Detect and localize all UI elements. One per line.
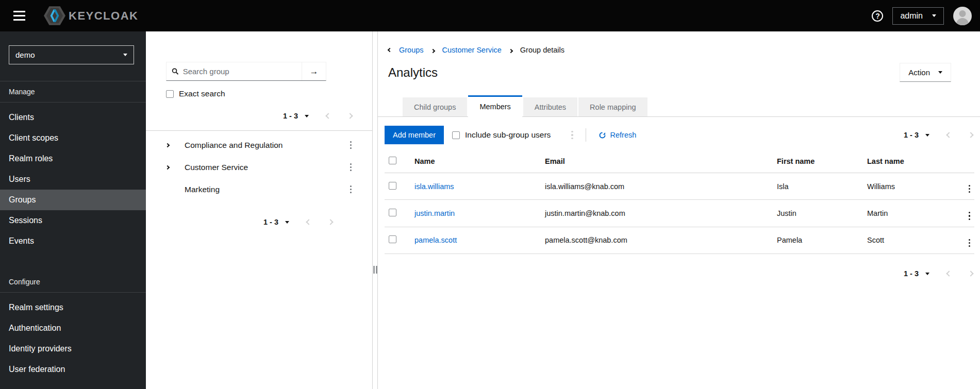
pagination-menu-toggle[interactable]: 1 - 3 xyxy=(283,112,309,120)
tree-item-label[interactable]: Marketing xyxy=(185,185,220,194)
search-submit-button[interactable]: → xyxy=(302,62,326,80)
tree-item-label[interactable]: Compliance and Regulation xyxy=(185,141,283,150)
topbar-right: ? admin xyxy=(872,7,972,25)
member-name-link[interactable]: pamela.scott xyxy=(414,236,457,244)
panel-resize-rail[interactable] xyxy=(372,31,378,389)
pagination-menu-toggle[interactable]: 1 - 3 xyxy=(904,131,929,139)
help-icon[interactable]: ? xyxy=(872,10,883,22)
caret-down-icon xyxy=(925,273,929,275)
toolbar-kebab-button[interactable] xyxy=(571,131,573,139)
sidebar-item-sessions[interactable]: Sessions xyxy=(0,210,146,231)
sidebar-item-realm-roles[interactable]: Realm roles xyxy=(0,148,146,169)
expand-toggle[interactable] xyxy=(166,144,179,147)
caret-down-icon xyxy=(938,71,942,74)
add-member-button[interactable]: Add member xyxy=(385,126,444,144)
pagination-menu-toggle[interactable]: 1 - 3 xyxy=(263,218,289,226)
groups-panel: → Exact search 1 - 3 Compliance and Regu… xyxy=(146,31,372,389)
row-checkbox[interactable] xyxy=(389,209,396,216)
tree-item-customer-service[interactable]: Customer Service xyxy=(146,156,372,178)
angle-right-icon xyxy=(165,165,170,169)
page-title: Analytics xyxy=(388,65,438,80)
sidebar-item-user-federation[interactable]: User federation xyxy=(0,359,146,380)
row-kebab-button[interactable] xyxy=(969,212,970,220)
select-all-checkbox[interactable] xyxy=(389,157,396,164)
tab-attributes[interactable]: Attributes xyxy=(523,97,577,117)
kebab-menu-button[interactable] xyxy=(350,141,352,149)
previous-page-button[interactable] xyxy=(947,133,951,137)
member-name-link[interactable]: isla.williams xyxy=(414,182,454,191)
previous-page-button[interactable] xyxy=(947,272,951,276)
kebab-icon xyxy=(350,163,352,165)
breadcrumb-separator xyxy=(431,46,435,54)
row-checkbox[interactable] xyxy=(389,182,396,190)
member-last-name: Williams xyxy=(863,173,952,200)
group-search-input[interactable] xyxy=(183,67,296,76)
include-subgroups-label: Include sub-group users xyxy=(465,130,551,140)
kebab-menu-button[interactable] xyxy=(350,163,352,172)
keycloak-hexagon-icon xyxy=(44,6,65,25)
column-header-name[interactable]: Name xyxy=(410,149,541,173)
sidebar-item-client-scopes[interactable]: Client scopes xyxy=(0,128,146,148)
manage-section-header: Manage xyxy=(0,81,146,103)
member-email: isla.williams@knab.com xyxy=(541,173,773,200)
sidebar-item-groups[interactable]: Groups xyxy=(0,190,146,210)
pagination-menu-toggle[interactable]: 1 - 3 xyxy=(904,269,929,278)
drag-handle-icon[interactable] xyxy=(373,266,377,274)
caret-down-icon xyxy=(305,115,309,117)
sidebar-item-authentication[interactable]: Authentication xyxy=(0,318,146,339)
chevron-left-icon xyxy=(946,132,952,138)
kebab-menu-button[interactable] xyxy=(350,185,352,194)
breadcrumb-back-button[interactable] xyxy=(388,48,391,52)
caret-down-icon xyxy=(285,221,289,224)
column-header-last-name[interactable]: Last name xyxy=(863,149,952,173)
exact-search-checkbox[interactable] xyxy=(166,90,174,98)
realm-selector[interactable]: demo xyxy=(9,45,134,64)
user-menu-toggle[interactable]: admin xyxy=(892,7,944,25)
row-kebab-button[interactable] xyxy=(969,185,970,193)
sidebar-item-realm-settings[interactable]: Realm settings xyxy=(0,297,146,318)
tree-item-compliance-and-regulation[interactable]: Compliance and Regulation xyxy=(146,134,372,156)
tree-item-marketing[interactable]: Marketing xyxy=(146,178,372,200)
configure-section-label: Configure xyxy=(0,272,146,292)
row-checkbox[interactable] xyxy=(389,235,396,243)
table-row: pamela.scott pamela.scott@knab.com Pamel… xyxy=(385,227,974,253)
breadcrumb: Groups Customer Service Group details xyxy=(378,46,980,54)
previous-page-button[interactable] xyxy=(307,220,311,224)
breadcrumb-link-customer-service[interactable]: Customer Service xyxy=(442,46,502,54)
member-last-name: Martin xyxy=(863,200,952,227)
sidebar-item-clients[interactable]: Clients xyxy=(0,107,146,128)
next-page-button[interactable] xyxy=(328,220,333,224)
manage-nav-list: Clients Client scopes Realm roles Users … xyxy=(0,103,146,256)
tab-role-mapping[interactable]: Role mapping xyxy=(578,97,647,117)
sidebar-item-users[interactable]: Users xyxy=(0,169,146,190)
row-kebab-button[interactable] xyxy=(969,239,970,247)
title-row: Analytics Action xyxy=(378,63,980,82)
group-search-box xyxy=(167,62,302,80)
avatar[interactable] xyxy=(953,7,972,25)
members-table: Name Email First name Last name isla.wil… xyxy=(385,149,974,254)
include-subgroups-checkbox[interactable] xyxy=(452,131,460,139)
action-menu-toggle[interactable]: Action xyxy=(900,63,951,82)
keycloak-logo: KEYCLOAK xyxy=(44,6,138,25)
column-header-first-name[interactable]: First name xyxy=(773,149,863,173)
next-page-button[interactable] xyxy=(348,114,352,118)
member-first-name: Pamela xyxy=(773,227,863,253)
member-email: pamela.scott@knab.com xyxy=(541,227,773,253)
groups-pagination-top: 1 - 3 xyxy=(166,110,352,122)
next-page-button[interactable] xyxy=(969,272,973,276)
previous-page-button[interactable] xyxy=(326,114,330,118)
tree-item-label[interactable]: Customer Service xyxy=(185,163,248,172)
refresh-button[interactable]: Refresh xyxy=(599,131,637,139)
tab-members[interactable]: Members xyxy=(468,95,522,117)
sidebar-item-identity-providers[interactable]: Identity providers xyxy=(0,339,146,359)
angle-right-icon xyxy=(509,49,513,53)
expand-toggle[interactable] xyxy=(166,166,179,169)
chevron-right-icon xyxy=(327,219,333,225)
sidebar-item-events[interactable]: Events xyxy=(0,231,146,251)
tab-child-groups[interactable]: Child groups xyxy=(403,97,467,117)
breadcrumb-link-groups[interactable]: Groups xyxy=(399,46,424,54)
member-name-link[interactable]: justin.martin xyxy=(414,209,455,217)
column-header-email[interactable]: Email xyxy=(541,149,773,173)
nav-toggle-button[interactable] xyxy=(10,8,28,24)
next-page-button[interactable] xyxy=(969,133,973,137)
